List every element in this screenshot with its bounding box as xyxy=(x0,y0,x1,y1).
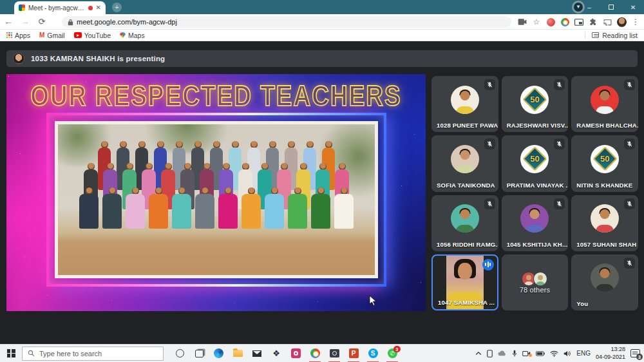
participant-tile[interactable]: RAMESH BHALCHA... xyxy=(571,76,638,132)
file-explorer-icon[interactable] xyxy=(228,345,247,362)
meet-now-icon[interactable] xyxy=(522,350,531,357)
whatsapp-badge: 3 xyxy=(393,346,400,352)
profile-avatar[interactable] xyxy=(616,16,627,28)
presenter-avatar xyxy=(13,53,24,64)
taskbar-apps: ❖ P S ✆3 xyxy=(170,345,402,362)
battery-icon[interactable] xyxy=(536,351,545,356)
photo-person xyxy=(311,187,330,229)
tray-mic-icon[interactable] xyxy=(512,350,517,357)
youtube-icon xyxy=(74,32,82,38)
extension-chrome-icon[interactable] xyxy=(559,16,571,28)
windows-logo-icon xyxy=(7,349,15,357)
presenting-text: 1033 KAMRAN SHAIKH is presenting xyxy=(31,55,165,62)
photo-person xyxy=(242,187,261,229)
bookmark-gmail[interactable]: M Gmail xyxy=(39,32,65,39)
onedrive-icon[interactable] xyxy=(498,350,507,356)
bookmark-maps[interactable]: Maps xyxy=(120,32,145,39)
mic-muted-icon xyxy=(624,258,635,269)
photo-person xyxy=(195,187,214,229)
tray-chevron-icon[interactable] xyxy=(475,351,482,356)
minimize-button[interactable]: – xyxy=(578,0,600,14)
participant-tile[interactable]: SOFIA TANIKONDA xyxy=(431,135,498,191)
screen: Meet - bym-agcw-dpj ✕ + ▼ – ✕ ← → ⟳ meet… xyxy=(0,0,644,362)
participant-name: 1047 SAMIKSHA ... xyxy=(438,299,495,306)
tab-close-icon[interactable]: ✕ xyxy=(96,5,101,11)
new-tab-button[interactable]: + xyxy=(112,3,122,12)
windows-taskbar: Type here to search ❖ P S ✆3 ENG xyxy=(0,344,644,362)
participant-tile[interactable]: 78 others xyxy=(502,254,569,310)
skype-icon[interactable]: S xyxy=(363,345,383,362)
bookmark-star-icon[interactable]: ☆ xyxy=(531,16,542,28)
tray-clock[interactable]: 13:28 04-09-2021 xyxy=(596,346,625,361)
presentation-stage[interactable]: OUR RESPECTED TEACHERS xyxy=(6,74,426,311)
system-tray: ENG 13:28 04-09-2021 3 xyxy=(475,345,644,362)
powerpoint-icon[interactable]: P xyxy=(344,345,363,362)
bookmark-youtube[interactable]: YouTube xyxy=(74,32,111,39)
chrome-icon[interactable] xyxy=(305,345,325,362)
participant-tile[interactable]: 50RAJESHWARI VISV... xyxy=(502,76,569,132)
dropbox-icon[interactable]: ❖ xyxy=(267,345,286,362)
photo-person xyxy=(334,187,354,229)
bookmark-label: Maps xyxy=(128,32,145,39)
whatsapp-icon[interactable]: ✆3 xyxy=(383,345,402,362)
maps-icon xyxy=(120,32,126,38)
participant-avatar xyxy=(591,263,619,292)
participant-tile[interactable]: 50NITIN S KHANDKE xyxy=(571,135,638,191)
apps-grid-icon xyxy=(6,32,12,38)
mic-muted-icon xyxy=(484,198,495,209)
close-button[interactable]: ✕ xyxy=(622,0,644,14)
start-button[interactable] xyxy=(0,345,22,362)
wifi-icon[interactable] xyxy=(550,350,558,357)
participant-avatar xyxy=(451,86,479,114)
mail-icon[interactable] xyxy=(247,345,267,362)
forward-icon[interactable]: → xyxy=(17,17,33,26)
mic-muted-icon xyxy=(554,198,565,209)
participant-tile[interactable]: 1028 PUNEET PAWAR xyxy=(431,76,498,132)
taskbar-search[interactable]: Type here to search xyxy=(22,347,164,361)
participant-tile[interactable]: 1047 SAMIKSHA ... xyxy=(431,254,498,310)
cortana-icon[interactable] xyxy=(170,345,189,362)
participant-avatar xyxy=(451,204,479,233)
bookmark-apps[interactable]: Apps xyxy=(6,32,30,39)
participant-tile[interactable]: 1045 KSHITIJA KH... xyxy=(502,195,569,251)
media-app-icon[interactable] xyxy=(286,345,305,362)
address-bar[interactable]: meet.google.com/bym-agcw-dpj xyxy=(62,16,511,28)
language-indicator[interactable]: ENG xyxy=(576,350,591,357)
photo-person xyxy=(288,187,307,229)
back-icon[interactable]: ← xyxy=(0,17,17,26)
search-icon xyxy=(28,350,35,357)
photo-person xyxy=(126,187,145,229)
tab-camera-icon[interactable] xyxy=(516,16,528,28)
mic-muted-icon xyxy=(624,138,635,149)
camera-app-icon[interactable] xyxy=(325,345,344,362)
task-view-icon[interactable] xyxy=(189,345,209,362)
picture-in-picture-icon[interactable] xyxy=(573,16,585,28)
browser-menu-icon[interactable]: ⋮ xyxy=(630,16,641,28)
tab-recording-icon xyxy=(88,6,93,10)
starfield-decoration xyxy=(8,76,9,77)
edge-icon[interactable] xyxy=(209,345,228,362)
participant-tile[interactable]: 1057 SUHANI SHAH xyxy=(571,195,638,251)
volume-icon[interactable] xyxy=(564,350,571,357)
reading-list-button[interactable]: Reading list xyxy=(585,32,638,39)
participant-name: SOFIA TANIKONDA xyxy=(437,182,495,189)
maximize-button[interactable] xyxy=(600,0,622,14)
participant-tile[interactable]: You xyxy=(571,254,638,310)
your-phone-icon[interactable] xyxy=(487,350,493,357)
reload-icon[interactable]: ⟳ xyxy=(33,17,50,26)
extension-adblock-icon[interactable] xyxy=(545,16,556,28)
browser-tab[interactable]: Meet - bym-agcw-dpj ✕ xyxy=(14,1,106,14)
participant-tile[interactable]: 50PRATIMA VINAYAK ... xyxy=(502,135,569,191)
meet-favicon-icon xyxy=(19,5,25,11)
participant-avatar xyxy=(591,86,619,114)
participant-avatar xyxy=(520,204,549,233)
mic-muted-icon xyxy=(554,79,565,90)
school-50-logo-avatar: 50 xyxy=(591,145,619,173)
action-center-icon[interactable]: 3 xyxy=(630,349,640,357)
bookmarks-bar: Apps M Gmail YouTube Maps Reading list xyxy=(0,30,644,41)
tray-time: 13:28 xyxy=(596,346,625,353)
cast-icon[interactable] xyxy=(601,16,613,28)
meet-page: 1033 KAMRAN SHAIKH is presenting OUR RES… xyxy=(0,41,644,344)
extensions-puzzle-icon[interactable] xyxy=(587,16,599,28)
participant-tile[interactable]: 1056 RIDDHI RAMG... xyxy=(431,195,498,251)
